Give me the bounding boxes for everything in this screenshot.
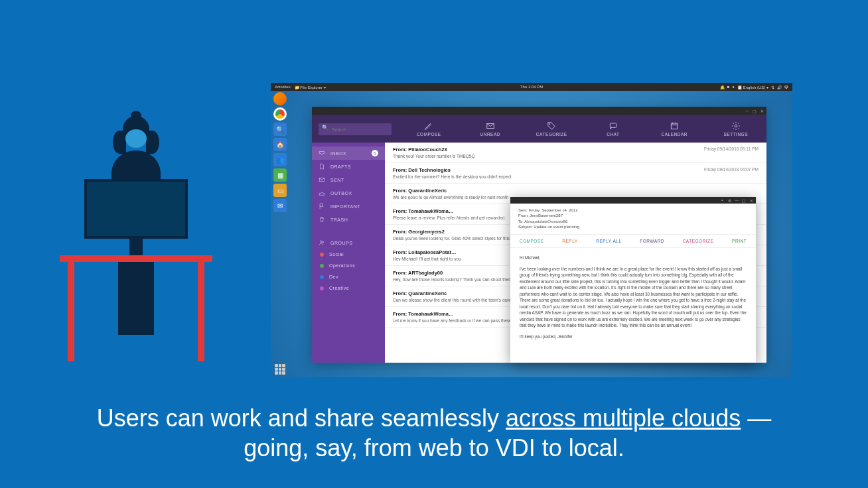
power-icon[interactable]: ⏻ (784, 85, 788, 89)
sidebar-sent[interactable]: SENT (312, 173, 385, 186)
dot-icon (320, 286, 324, 290)
reader-titlebar: ▪ ⚙ — ▢ ✕ (510, 197, 756, 204)
outbox-icon (319, 190, 325, 196)
sidebar-group-operations[interactable]: Operations (312, 260, 385, 271)
dot-icon (320, 253, 324, 257)
reader-meta: Sent: Friday, September 14, 2012 From: J… (510, 204, 756, 235)
close-icon[interactable]: ✕ (749, 198, 754, 203)
slide-caption: Users can work and share seamlessly acro… (0, 403, 868, 463)
network-icon[interactable]: ⇅ (771, 85, 774, 90)
person-illustration (60, 116, 212, 368)
compose-button[interactable]: COMPOSE (398, 121, 460, 137)
dock-notes-icon[interactable]: ▭ (273, 184, 287, 197)
svg-rect-3 (672, 123, 678, 129)
file-icon (319, 163, 325, 170)
meta-to: To: AbsquatulateOsmosis86 (518, 219, 748, 224)
mail-toolbar: 🔍 COMPOSE UNREAD CATEGORIZE C (312, 115, 766, 143)
mail-item[interactable]: From: PillalooCouch23 Thank you! Your or… (385, 143, 766, 163)
notification-icon[interactable]: 🔔 (720, 85, 725, 90)
inbox-icon (319, 150, 325, 156)
svg-point-4 (735, 125, 737, 127)
search-field-wrapper: 🔍 (319, 122, 392, 136)
activities-button[interactable]: Activities (275, 85, 291, 89)
clock[interactable]: Thu 1:04 PM (520, 85, 543, 89)
window-titlebar: — ▢ ✕ (312, 107, 766, 115)
volume-icon[interactable]: 🔊 (777, 85, 782, 90)
mail-reader-window: ▪ ⚙ — ▢ ✕ Sent: Friday, September 14, 20… (510, 197, 756, 363)
dock-files-icon[interactable]: 👥 (273, 153, 287, 166)
sidebar-outbox[interactable]: OUTBOX (312, 186, 385, 200)
sidebar-group-dev[interactable]: Dev (312, 271, 385, 282)
close-icon[interactable]: ✕ (759, 108, 764, 113)
gnome-topbar: Activities 📁 File Explorer ▾ Thu 1:04 PM… (271, 83, 792, 91)
svg-rect-2 (610, 123, 616, 127)
dock-mail-icon[interactable]: ✉ (273, 199, 287, 212)
app-menu[interactable]: 📁 File Explorer ▾ (295, 85, 326, 90)
reader-body-text: I've been looking over the numbers and I… (520, 266, 747, 328)
chat-icon (609, 121, 618, 131)
reader-actions: COMPOSE REPLY REPLY ALL FORWARD CATEGORI… (510, 235, 756, 248)
reader-replyall-button[interactable]: REPLY ALL (596, 239, 621, 243)
indicator-icon[interactable]: ● (732, 85, 735, 89)
sidebar-groups-header[interactable]: GROUPS (312, 234, 385, 249)
indicator-icon[interactable]: ■ (727, 85, 730, 89)
unread-button[interactable]: UNREAD (460, 121, 522, 137)
dock-sheets-icon[interactable]: ▦ (273, 168, 287, 182)
mail-date: Friday 09/14/2018 05:11 PM (704, 147, 759, 151)
mail-item[interactable]: From: Dell Technologies Excited for the … (385, 163, 766, 184)
language-indicator[interactable]: 📋 English (US) ▾ (737, 85, 768, 90)
categorize-button[interactable]: CATEGORIZE (521, 121, 583, 137)
sidebar-drafts[interactable]: DRAFTS (312, 160, 385, 173)
mail-preview: Excited for the summer? Here is the desk… (393, 174, 759, 179)
svg-point-1 (549, 123, 550, 124)
flag-icon (319, 203, 325, 210)
calendar-icon (670, 121, 679, 131)
dock-search-icon[interactable]: 🔍 (273, 123, 287, 136)
settings-button[interactable]: SETTINGS (705, 121, 767, 137)
mail-sidebar: INBOX 6 DRAFTS SENT OUTBOX IMPORTA (312, 143, 385, 363)
reader-print-button[interactable]: PRINT (732, 239, 747, 243)
sidebar-group-creative[interactable]: Creative (312, 282, 385, 294)
desktop-screenshot: Activities 📁 File Explorer ▾ Thu 1:04 PM… (271, 83, 792, 377)
tag-icon (547, 121, 556, 131)
minimize-icon[interactable]: — (745, 108, 750, 113)
dock-home-icon[interactable]: 🏠 (273, 138, 287, 151)
chat-button[interactable]: CHAT (583, 121, 644, 137)
inbox-count-badge: 6 (372, 150, 378, 156)
meta-subject: Subject: Update on event planning (518, 224, 748, 229)
search-input[interactable] (319, 123, 392, 135)
reader-compose-button[interactable]: COMPOSE (520, 239, 544, 243)
minimize-icon[interactable]: — (734, 198, 739, 203)
envelope-icon (486, 121, 495, 131)
reader-greeting: Hi Michael, (520, 255, 747, 261)
reader-forward-button[interactable]: FORWARD (640, 239, 664, 243)
meta-from: From: JensBasement287 (518, 213, 748, 218)
mail-date: Friday 09/14/2018 04:07 PM (704, 167, 759, 172)
maximize-icon[interactable]: ▢ (752, 108, 757, 113)
meta-sent: Sent: Friday, September 14, 2012 (518, 208, 748, 213)
people-icon (319, 239, 325, 246)
sidebar-trash[interactable]: TRASH (312, 213, 385, 226)
reader-signoff: I'll keep you posted, Jennifer (520, 334, 747, 339)
mail-from: From: QuarantineXeric (393, 188, 759, 194)
reader-reply-button[interactable]: REPLY (562, 239, 577, 243)
settings-icon[interactable]: ⚙ (727, 198, 732, 203)
envelope-icon (319, 176, 325, 183)
sidebar-important[interactable]: IMPORTANT (312, 200, 385, 213)
dot-icon (320, 275, 324, 279)
sidebar-inbox[interactable]: INBOX 6 (312, 147, 385, 160)
apps-grid-icon[interactable] (275, 364, 285, 375)
dock-chrome-icon[interactable] (273, 107, 287, 121)
calendar-button[interactable]: CALENDAR (644, 121, 705, 137)
reader-categorize-button[interactable]: CATEGORIZE (683, 239, 714, 243)
pin-icon[interactable]: ▪ (719, 198, 725, 203)
reader-body: Hi Michael, I've been looking over the n… (510, 248, 756, 352)
dock: 🔍 🏠 👥 ▦ ▭ ✉ (273, 92, 287, 212)
dot-icon (320, 264, 324, 268)
dock-firefox-icon[interactable] (273, 92, 287, 105)
svg-point-6 (321, 241, 323, 243)
mail-preview: Thank you! Your order number is TMBQ5Q (393, 154, 759, 158)
sidebar-group-social[interactable]: Social (312, 249, 385, 260)
maximize-icon[interactable]: ▢ (741, 198, 747, 203)
trash-icon (319, 216, 325, 223)
